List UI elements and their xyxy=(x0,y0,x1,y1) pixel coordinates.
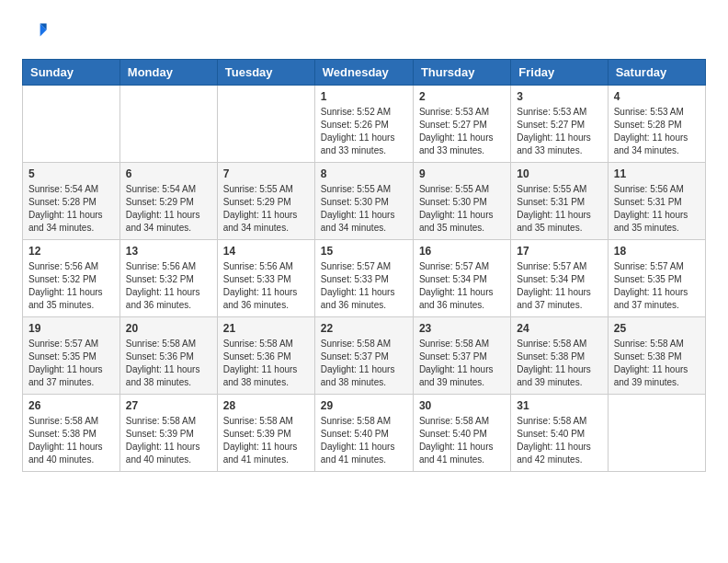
header xyxy=(22,18,706,44)
calendar-cell: 23Sunrise: 5:58 AM Sunset: 5:37 PM Dayli… xyxy=(413,317,510,395)
day-number: 22 xyxy=(321,322,407,335)
day-info: Sunrise: 5:57 AM Sunset: 5:34 PM Dayligh… xyxy=(419,260,505,312)
weekday-header-friday: Friday xyxy=(511,60,608,86)
day-number: 12 xyxy=(28,245,114,258)
calendar-cell: 20Sunrise: 5:58 AM Sunset: 5:36 PM Dayli… xyxy=(119,317,217,395)
calendar-cell: 7Sunrise: 5:55 AM Sunset: 5:29 PM Daylig… xyxy=(217,163,314,240)
day-number: 29 xyxy=(321,399,407,412)
day-info: Sunrise: 5:55 AM Sunset: 5:31 PM Dayligh… xyxy=(517,183,601,235)
day-number: 9 xyxy=(419,167,505,180)
logo-icon xyxy=(22,18,48,44)
calendar-cell: 14Sunrise: 5:56 AM Sunset: 5:33 PM Dayli… xyxy=(217,240,314,317)
calendar-cell xyxy=(217,86,314,163)
weekday-header-tuesday: Tuesday xyxy=(217,60,314,86)
day-number: 3 xyxy=(517,90,601,103)
day-number: 6 xyxy=(126,167,211,180)
weekday-header-wednesday: Wednesday xyxy=(314,60,413,86)
day-info: Sunrise: 5:56 AM Sunset: 5:31 PM Dayligh… xyxy=(614,183,700,235)
day-number: 14 xyxy=(223,245,309,258)
day-number: 20 xyxy=(126,322,211,335)
day-info: Sunrise: 5:58 AM Sunset: 5:37 PM Dayligh… xyxy=(419,338,505,389)
day-number: 24 xyxy=(517,322,601,335)
calendar-cell: 6Sunrise: 5:54 AM Sunset: 5:29 PM Daylig… xyxy=(119,163,217,240)
day-info: Sunrise: 5:58 AM Sunset: 5:40 PM Dayligh… xyxy=(517,415,601,466)
calendar-cell: 27Sunrise: 5:58 AM Sunset: 5:39 PM Dayli… xyxy=(119,395,217,472)
day-info: Sunrise: 5:55 AM Sunset: 5:30 PM Dayligh… xyxy=(321,183,407,235)
day-number: 23 xyxy=(419,322,505,335)
day-number: 26 xyxy=(28,399,114,412)
day-info: Sunrise: 5:58 AM Sunset: 5:38 PM Dayligh… xyxy=(517,338,601,389)
day-info: Sunrise: 5:58 AM Sunset: 5:38 PM Dayligh… xyxy=(28,415,114,466)
day-info: Sunrise: 5:57 AM Sunset: 5:35 PM Dayligh… xyxy=(614,260,700,312)
day-number: 4 xyxy=(614,90,700,103)
day-info: Sunrise: 5:53 AM Sunset: 5:27 PM Dayligh… xyxy=(419,106,505,157)
week-row-2: 5Sunrise: 5:54 AM Sunset: 5:28 PM Daylig… xyxy=(23,163,706,240)
day-info: Sunrise: 5:52 AM Sunset: 5:26 PM Dayligh… xyxy=(321,106,407,157)
calendar-cell: 26Sunrise: 5:58 AM Sunset: 5:38 PM Dayli… xyxy=(23,395,120,472)
calendar-cell: 9Sunrise: 5:55 AM Sunset: 5:30 PM Daylig… xyxy=(413,163,510,240)
day-number: 10 xyxy=(517,167,601,180)
calendar-cell: 3Sunrise: 5:53 AM Sunset: 5:27 PM Daylig… xyxy=(511,86,608,163)
day-number: 30 xyxy=(419,399,505,412)
day-number: 7 xyxy=(223,167,309,180)
calendar-cell xyxy=(23,86,120,163)
calendar-cell: 10Sunrise: 5:55 AM Sunset: 5:31 PM Dayli… xyxy=(511,163,608,240)
calendar: SundayMondayTuesdayWednesdayThursdayFrid… xyxy=(22,59,706,472)
day-number: 31 xyxy=(517,399,601,412)
logo xyxy=(22,18,51,44)
calendar-cell: 21Sunrise: 5:58 AM Sunset: 5:36 PM Dayli… xyxy=(217,317,314,395)
calendar-cell: 25Sunrise: 5:58 AM Sunset: 5:38 PM Dayli… xyxy=(608,317,705,395)
calendar-cell: 5Sunrise: 5:54 AM Sunset: 5:28 PM Daylig… xyxy=(23,163,120,240)
calendar-cell: 12Sunrise: 5:56 AM Sunset: 5:32 PM Dayli… xyxy=(23,240,120,317)
calendar-cell: 1Sunrise: 5:52 AM Sunset: 5:26 PM Daylig… xyxy=(314,86,413,163)
day-number: 11 xyxy=(614,167,700,180)
weekday-header-monday: Monday xyxy=(119,60,217,86)
calendar-cell: 15Sunrise: 5:57 AM Sunset: 5:33 PM Dayli… xyxy=(314,240,413,317)
calendar-cell: 11Sunrise: 5:56 AM Sunset: 5:31 PM Dayli… xyxy=(608,163,705,240)
day-info: Sunrise: 5:58 AM Sunset: 5:36 PM Dayligh… xyxy=(126,338,211,389)
day-number: 19 xyxy=(28,322,114,335)
calendar-cell: 22Sunrise: 5:58 AM Sunset: 5:37 PM Dayli… xyxy=(314,317,413,395)
day-info: Sunrise: 5:56 AM Sunset: 5:33 PM Dayligh… xyxy=(223,260,309,312)
day-info: Sunrise: 5:56 AM Sunset: 5:32 PM Dayligh… xyxy=(126,260,211,312)
day-info: Sunrise: 5:58 AM Sunset: 5:39 PM Dayligh… xyxy=(126,415,211,466)
calendar-cell: 24Sunrise: 5:58 AM Sunset: 5:38 PM Dayli… xyxy=(511,317,608,395)
day-number: 28 xyxy=(223,399,309,412)
week-row-4: 19Sunrise: 5:57 AM Sunset: 5:35 PM Dayli… xyxy=(23,317,706,395)
calendar-cell: 18Sunrise: 5:57 AM Sunset: 5:35 PM Dayli… xyxy=(608,240,705,317)
weekday-header-row: SundayMondayTuesdayWednesdayThursdayFrid… xyxy=(23,60,706,86)
calendar-cell: 19Sunrise: 5:57 AM Sunset: 5:35 PM Dayli… xyxy=(23,317,120,395)
day-number: 27 xyxy=(126,399,211,412)
day-info: Sunrise: 5:56 AM Sunset: 5:32 PM Dayligh… xyxy=(28,260,114,312)
day-number: 5 xyxy=(28,167,114,180)
day-info: Sunrise: 5:58 AM Sunset: 5:39 PM Dayligh… xyxy=(223,415,309,466)
calendar-cell: 30Sunrise: 5:58 AM Sunset: 5:40 PM Dayli… xyxy=(413,395,510,472)
calendar-cell: 29Sunrise: 5:58 AM Sunset: 5:40 PM Dayli… xyxy=(314,395,413,472)
day-info: Sunrise: 5:58 AM Sunset: 5:36 PM Dayligh… xyxy=(223,338,309,389)
day-number: 16 xyxy=(419,245,505,258)
calendar-cell: 4Sunrise: 5:53 AM Sunset: 5:28 PM Daylig… xyxy=(608,86,705,163)
calendar-cell: 2Sunrise: 5:53 AM Sunset: 5:27 PM Daylig… xyxy=(413,86,510,163)
day-info: Sunrise: 5:55 AM Sunset: 5:30 PM Dayligh… xyxy=(419,183,505,235)
day-number: 2 xyxy=(419,90,505,103)
day-number: 15 xyxy=(321,245,407,258)
day-info: Sunrise: 5:58 AM Sunset: 5:40 PM Dayligh… xyxy=(419,415,505,466)
day-info: Sunrise: 5:58 AM Sunset: 5:37 PM Dayligh… xyxy=(321,338,407,389)
day-number: 25 xyxy=(614,322,700,335)
calendar-cell: 8Sunrise: 5:55 AM Sunset: 5:30 PM Daylig… xyxy=(314,163,413,240)
week-row-5: 26Sunrise: 5:58 AM Sunset: 5:38 PM Dayli… xyxy=(23,395,706,472)
calendar-cell xyxy=(608,395,705,472)
day-number: 1 xyxy=(321,90,407,103)
page: SundayMondayTuesdayWednesdayThursdayFrid… xyxy=(0,0,728,487)
day-info: Sunrise: 5:58 AM Sunset: 5:38 PM Dayligh… xyxy=(614,338,700,389)
day-info: Sunrise: 5:53 AM Sunset: 5:27 PM Dayligh… xyxy=(517,106,601,157)
day-number: 13 xyxy=(126,245,211,258)
day-number: 18 xyxy=(614,245,700,258)
day-info: Sunrise: 5:57 AM Sunset: 5:34 PM Dayligh… xyxy=(517,260,601,312)
calendar-cell: 28Sunrise: 5:58 AM Sunset: 5:39 PM Dayli… xyxy=(217,395,314,472)
day-info: Sunrise: 5:58 AM Sunset: 5:40 PM Dayligh… xyxy=(321,415,407,466)
day-number: 21 xyxy=(223,322,309,335)
day-info: Sunrise: 5:57 AM Sunset: 5:33 PM Dayligh… xyxy=(321,260,407,312)
day-info: Sunrise: 5:54 AM Sunset: 5:29 PM Dayligh… xyxy=(126,183,211,235)
day-info: Sunrise: 5:55 AM Sunset: 5:29 PM Dayligh… xyxy=(223,183,309,235)
